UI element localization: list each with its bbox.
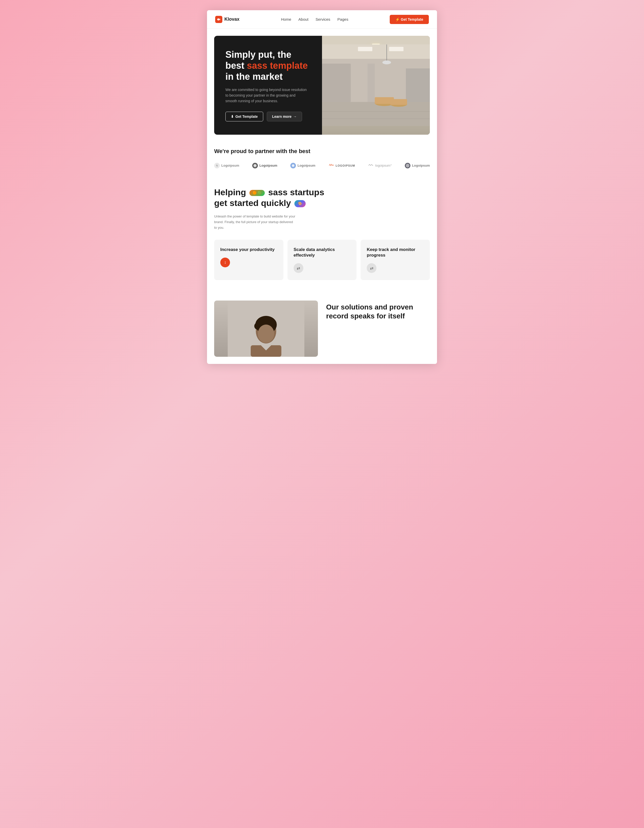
svg-line-22: [370, 164, 371, 166]
helping-subtitle: Unleash the power of template to build w…: [214, 214, 296, 231]
feature-cards: Increase your productivity ↕ Scale data …: [214, 240, 430, 280]
svg-line-25: [373, 165, 373, 166]
partner-icon-6: [405, 163, 411, 168]
svg-line-24: [371, 164, 373, 166]
helping-pill-2: 🎨: [295, 200, 306, 207]
helping-pill-1: 🟠 🟢: [249, 190, 265, 196]
nav-item-services[interactable]: Services: [316, 17, 331, 22]
feature-icon-1: ↕: [220, 257, 230, 267]
navbar: Klovax Home About Services Pages ⚡ Get T…: [207, 10, 437, 28]
partner-logo-3: Logoipsum: [290, 163, 315, 168]
feature-card-3-title: Keep track and monitor progress: [367, 247, 424, 258]
bottom-image: [214, 301, 318, 357]
feature-card-2-title: Scale data analytics effectively: [294, 247, 351, 258]
partner-icon-5: [368, 163, 374, 168]
partner-logo-5: logoipsum°: [368, 163, 392, 168]
navbar-get-template-button[interactable]: ⚡ Get Template: [390, 15, 429, 24]
feature-card-1: Increase your productivity ↕: [214, 240, 284, 280]
bottom-text: Our solutions and proven record speaks f…: [326, 301, 430, 320]
svg-rect-9: [406, 69, 430, 102]
office-scene: [322, 36, 430, 135]
svg-rect-3: [389, 47, 404, 51]
svg-marker-19: [254, 165, 256, 166]
svg-point-27: [407, 165, 408, 166]
svg-line-21: [368, 164, 370, 166]
hero-content: Simply put, the best sass template in th…: [214, 36, 322, 135]
helping-title: Helping 🟠 🟢 sass startups get started qu…: [214, 187, 430, 209]
nav-item-pages[interactable]: Pages: [337, 17, 348, 22]
svg-point-35: [258, 325, 274, 343]
partners-title: We're proud to partner with the best: [214, 148, 430, 155]
feature-icon-3: ⇄: [367, 263, 376, 273]
svg-marker-17: [216, 164, 218, 168]
office-svg: [322, 36, 430, 135]
feature-card-3: Keep track and monitor progress ⇄: [360, 240, 430, 280]
brand-icon: [215, 16, 223, 23]
svg-rect-14: [368, 64, 374, 102]
hero-buttons: ⬇ Get Template Learn more →: [226, 112, 311, 121]
partners-logos: Logoipsum Logoipsum Logoipsum: [214, 163, 430, 168]
brand-name: Klovax: [224, 17, 240, 22]
svg-rect-2: [358, 47, 372, 51]
feature-card-2: Scale data analytics effectively ⇄: [287, 240, 357, 280]
partner-logo-4: LOGOIPSUM: [328, 163, 355, 168]
partner-logo-6: Logoipsum: [405, 163, 430, 168]
partner-icon-2: [252, 163, 258, 168]
person-svg: [214, 301, 318, 357]
helping-section: Helping 🟠 🟢 sass startups get started qu…: [207, 179, 437, 290]
bottom-title: Our solutions and proven record speaks f…: [326, 303, 430, 320]
svg-rect-5: [322, 102, 430, 126]
bottom-section: Our solutions and proven record speaks f…: [207, 290, 437, 364]
partner-icon-3: [290, 163, 296, 168]
feature-card-1-title: Increase your productivity: [220, 247, 277, 252]
svg-point-20: [292, 164, 295, 167]
feature-icon-2: ⇄: [294, 263, 303, 273]
nav-item-home[interactable]: Home: [281, 17, 291, 22]
hero-learn-more-button[interactable]: Learn more →: [267, 112, 302, 121]
brand-logo[interactable]: Klovax: [215, 16, 240, 23]
hero-office-image: [322, 36, 430, 135]
svg-rect-1: [322, 44, 430, 59]
nav-links: Home About Services Pages: [281, 17, 348, 22]
hero-section: Simply put, the best sass template in th…: [214, 36, 430, 135]
nav-item-about[interactable]: About: [298, 17, 309, 22]
partner-icon-4: [328, 163, 334, 168]
hero-subtitle: We are committed to going beyond issue r…: [226, 87, 307, 104]
page-wrapper: Klovax Home About Services Pages ⚡ Get T…: [207, 10, 437, 364]
hero-image: [322, 36, 430, 135]
partner-icon-1: [214, 163, 220, 168]
hero-get-template-button[interactable]: ⬇ Get Template: [226, 112, 263, 121]
partner-logo-2: Logoipsum: [252, 163, 277, 168]
person-photo: [214, 301, 318, 357]
partner-logo-1: Logoipsum: [214, 163, 239, 168]
hero-title: Simply put, the best sass template in th…: [226, 49, 311, 82]
svg-point-16: [382, 61, 391, 64]
svg-rect-8: [322, 64, 351, 102]
svg-line-23: [371, 164, 371, 166]
partners-section: We're proud to partner with the best Log…: [207, 135, 437, 179]
svg-rect-13: [390, 99, 407, 105]
